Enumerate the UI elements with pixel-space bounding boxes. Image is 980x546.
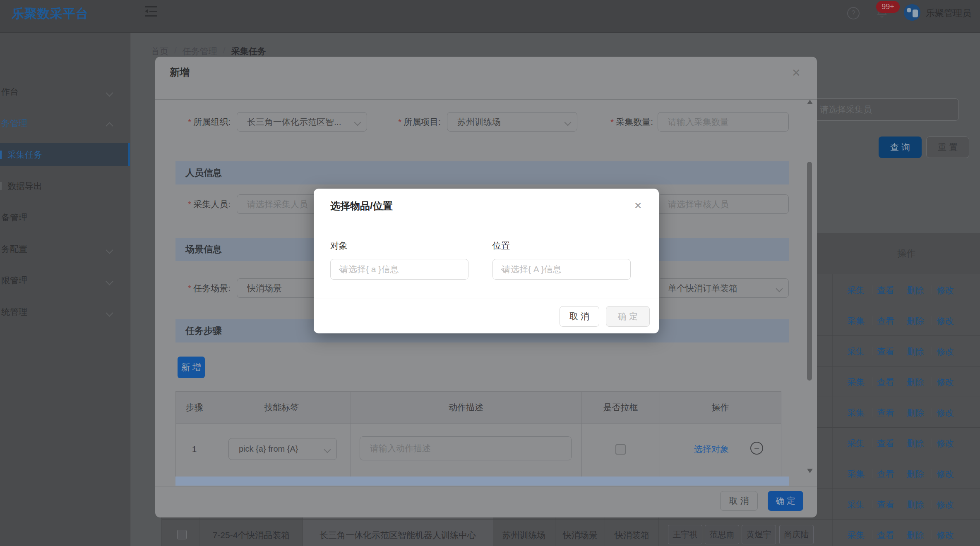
- close-icon[interactable]: ✕: [634, 200, 642, 211]
- collect-link[interactable]: 采集: [847, 407, 865, 419]
- sidebar-item-task-management[interactable]: 务管理: [0, 112, 130, 135]
- edit-link[interactable]: 修改: [937, 499, 954, 510]
- edit-link[interactable]: 修改: [937, 407, 954, 419]
- breadcrumb-home[interactable]: 首页: [151, 46, 168, 57]
- edit-link[interactable]: 修改: [937, 285, 954, 296]
- modal-scrollbar[interactable]: [807, 162, 812, 381]
- chevron-down-icon: [106, 278, 113, 285]
- sidebar-item-permission[interactable]: 限管理: [0, 269, 130, 292]
- collect-link[interactable]: 采集: [847, 499, 865, 510]
- breadcrumb-separator: /: [223, 46, 226, 57]
- reset-button[interactable]: 重 置: [926, 136, 969, 158]
- row-checkbox[interactable]: [177, 530, 187, 539]
- org-field-label: *所属组织:: [155, 112, 231, 132]
- action-desc-input[interactable]: 请输入动作描述: [360, 436, 572, 460]
- edit-link[interactable]: 修改: [937, 468, 954, 480]
- view-link[interactable]: 查看: [877, 499, 894, 510]
- delete-link[interactable]: 删除: [907, 499, 924, 510]
- minus-circle-icon[interactable]: −: [750, 442, 763, 455]
- view-link[interactable]: 查看: [877, 407, 894, 419]
- collect-link[interactable]: 采集: [847, 315, 865, 327]
- view-link[interactable]: 查看: [877, 315, 894, 327]
- delete-link[interactable]: 删除: [907, 438, 924, 449]
- view-link[interactable]: 查看: [877, 285, 894, 296]
- modal-ok-button[interactable]: 确 定: [768, 491, 803, 511]
- task-name-cell: 7-25-4个快消品装箱: [203, 529, 299, 541]
- section-next-partial: [175, 477, 789, 486]
- close-icon[interactable]: ✕: [792, 67, 801, 79]
- breadcrumb-task-management[interactable]: 任务管理: [183, 46, 217, 57]
- project-field-label: *所属项目:: [321, 112, 441, 132]
- view-link[interactable]: 查看: [877, 376, 894, 388]
- object-label: 对象: [330, 240, 348, 251]
- delete-link[interactable]: 删除: [907, 468, 924, 480]
- sidebar-item-config[interactable]: 务配置: [0, 237, 130, 261]
- collect-link[interactable]: 采集: [847, 285, 865, 296]
- scroll-down-icon[interactable]: [807, 469, 813, 473]
- collect-link[interactable]: 采集: [847, 529, 865, 541]
- sidebar-item-device-management[interactable]: 备管理: [0, 206, 130, 229]
- chevron-up-icon: [106, 122, 113, 129]
- edit-link[interactable]: 修改: [937, 438, 954, 449]
- collect-link[interactable]: 采集: [847, 468, 865, 480]
- chevron-down-icon: [106, 309, 113, 316]
- sidebar-item-data-export[interactable]: 数据导出: [0, 175, 130, 198]
- edit-link[interactable]: 修改: [937, 315, 954, 327]
- steps-table: 步骤 技能标签 动作描述 是否拉框 操作 1 pick {a} from {A}…: [175, 391, 781, 478]
- collector-filter-input[interactable]: 请选择采集员: [811, 98, 959, 121]
- view-link[interactable]: 查看: [877, 529, 894, 541]
- step-index: 1: [176, 444, 213, 454]
- picker-cancel-button[interactable]: 取 消: [560, 306, 599, 327]
- select-object-link[interactable]: 选择对象: [694, 443, 729, 455]
- person-tag: 尚庆陆: [779, 525, 814, 544]
- collect-link[interactable]: 采集: [847, 346, 865, 357]
- skill-select[interactable]: pick {a} from {A}: [228, 438, 337, 460]
- person-tag: 范思雨: [705, 525, 739, 544]
- reviewer-input[interactable]: 请选择审核人员: [658, 194, 789, 214]
- collect-link[interactable]: 采集: [847, 438, 865, 449]
- chevron-down-icon: [776, 285, 783, 292]
- location-select[interactable]: 请选择{ A }信息: [492, 259, 631, 280]
- delete-link[interactable]: 删除: [907, 315, 924, 327]
- scene-type-select[interactable]: 单个快消订单装箱: [658, 278, 789, 298]
- delete-link[interactable]: 删除: [907, 285, 924, 296]
- sidebar-item-system[interactable]: 统管理: [0, 300, 130, 323]
- menu-icon: [0, 151, 2, 159]
- modal-title: 新增: [170, 66, 190, 79]
- scroll-up-icon[interactable]: [807, 100, 813, 104]
- delete-link[interactable]: 删除: [907, 407, 924, 419]
- steps-table-header: 步骤 技能标签 动作描述 是否拉框 操作: [176, 392, 781, 424]
- pull-frame-checkbox[interactable]: [615, 444, 626, 455]
- notification-badge: 99+: [876, 1, 900, 13]
- app-root: 作台 务管理 采集任务 数据导出 备管理 务配置 限管理 统管理: [0, 0, 980, 546]
- avatar[interactable]: [904, 4, 920, 21]
- ops-column-header: 操作: [832, 233, 980, 274]
- search-button[interactable]: 查 询: [879, 136, 922, 158]
- delete-link[interactable]: 删除: [907, 376, 924, 388]
- qty-input[interactable]: 请输入采集数量: [658, 112, 789, 132]
- edit-link[interactable]: 修改: [937, 346, 954, 357]
- scene-field-label: *任务场景:: [155, 278, 231, 298]
- box-cell: 快消装箱: [605, 529, 658, 541]
- object-select[interactable]: 请选择{ a }信息: [330, 259, 468, 280]
- user-name[interactable]: 乐聚管理员: [926, 7, 971, 19]
- delete-link[interactable]: 删除: [907, 529, 924, 541]
- sidebar: 作台 务管理 采集任务 数据导出 备管理 务配置 限管理 统管理: [0, 32, 130, 546]
- help-icon[interactable]: ?: [847, 7, 860, 19]
- item-location-picker-modal: 选择物品/位置 ✕ 对象 位置 请选择{ a }信息 请选择{ A }信息 取 …: [314, 189, 659, 333]
- sidebar-collapse-icon[interactable]: [145, 6, 157, 17]
- delete-link[interactable]: 删除: [907, 346, 924, 357]
- chevron-down-icon: [106, 89, 113, 96]
- add-step-button[interactable]: 新 增: [178, 357, 205, 378]
- sidebar-item-workbench[interactable]: 作台: [0, 80, 130, 103]
- view-link[interactable]: 查看: [877, 438, 894, 449]
- view-link[interactable]: 查看: [877, 346, 894, 357]
- edit-link[interactable]: 修改: [937, 529, 954, 541]
- picker-ok-button[interactable]: 确 定: [606, 306, 650, 327]
- collect-link[interactable]: 采集: [847, 376, 865, 388]
- edit-link[interactable]: 修改: [937, 376, 954, 388]
- sidebar-item-collect-task[interactable]: 采集任务: [0, 143, 130, 166]
- org-cell: 长三角一体化示范区智能机器人训练中心: [305, 529, 491, 541]
- view-link[interactable]: 查看: [877, 468, 894, 480]
- modal-cancel-button[interactable]: 取 消: [720, 491, 758, 511]
